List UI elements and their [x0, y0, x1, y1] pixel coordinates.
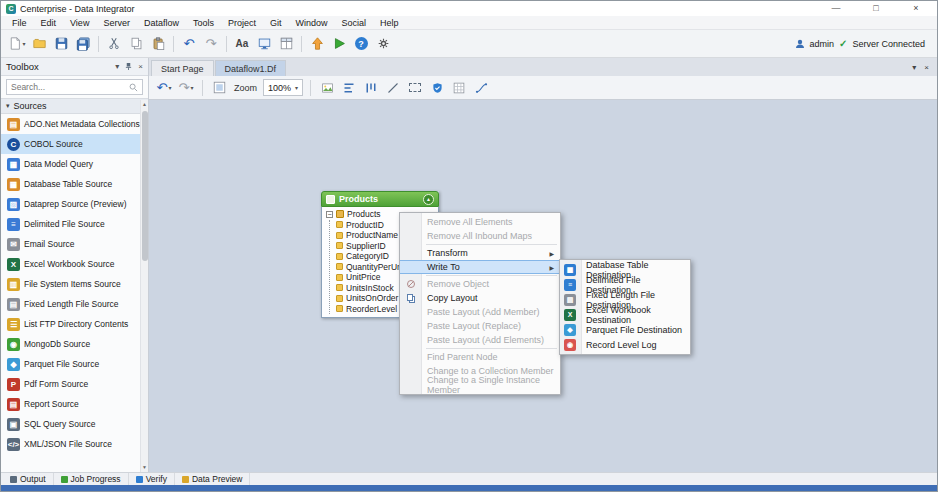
menu-tools[interactable]: Tools: [186, 18, 221, 28]
cut-button[interactable]: [104, 34, 124, 54]
toolbox-item-file-system-items-source[interactable]: ▥ File System Items Source: [1, 274, 140, 294]
fit-to-window-button[interactable]: [210, 79, 228, 97]
toolbox-item-report-source[interactable]: ▤ Report Source: [1, 394, 140, 414]
search-box[interactable]: [6, 79, 143, 95]
toolbox-item-excel-workbook-source[interactable]: X Excel Workbook Source: [1, 254, 140, 274]
toolbox-item-email-source[interactable]: ✉ Email Source: [1, 234, 140, 254]
toolbox-item-mongodb-source[interactable]: ◉ MongoDb Source: [1, 334, 140, 354]
new-button[interactable]: ▾: [7, 34, 27, 54]
toolbox-item-sql-query-source[interactable]: ▣ SQL Query Source: [1, 414, 140, 434]
scroll-down-icon[interactable]: ▼: [142, 463, 147, 472]
open-button[interactable]: [29, 34, 49, 54]
toolbox-item-database-table-source[interactable]: ▦ Database Table Source: [1, 174, 140, 194]
menu-edit[interactable]: Edit: [34, 18, 64, 28]
auto-layout-button[interactable]: [472, 79, 490, 97]
menu-view[interactable]: View: [63, 18, 96, 28]
minimize-button[interactable]: —: [830, 2, 842, 15]
file-system-icon: ▥: [7, 278, 20, 291]
show-grid-button[interactable]: [450, 79, 468, 97]
toolbox-item-pdf-form-source[interactable]: P Pdf Form Source: [1, 374, 140, 394]
dataflow-canvas[interactable]: Products ▲ − Products ProductID: [149, 100, 937, 472]
canvas-redo-button[interactable]: ↷ ▾: [177, 79, 195, 97]
submenu-item-parquet-file-destination[interactable]: ◆ Parquet File Destination: [560, 322, 690, 337]
tab-start-page[interactable]: Start Page: [151, 60, 214, 76]
toolbox-item-fixed-length-file-source[interactable]: ▤ Fixed Length File Source: [1, 294, 140, 314]
monitor-icon: [258, 37, 271, 50]
maximize-button[interactable]: □: [870, 2, 882, 15]
schema-button[interactable]: [276, 34, 296, 54]
submenu-item-excel-workbook-destination[interactable]: X Excel Workbook Destination: [560, 307, 690, 322]
menu-window[interactable]: Window: [288, 18, 334, 28]
paste-button[interactable]: [148, 34, 168, 54]
tab-job-progress[interactable]: Job Progress: [54, 473, 129, 485]
save-button[interactable]: [51, 34, 71, 54]
menu-server[interactable]: Server: [96, 18, 137, 28]
help-button[interactable]: ?: [351, 34, 371, 54]
products-node-header[interactable]: Products ▲: [321, 191, 439, 207]
draw-link-button[interactable]: [384, 79, 402, 97]
tab-dataflow1[interactable]: Dataflow1.Df: [215, 60, 287, 76]
toolbox-scrollbar[interactable]: ▲ ▼: [140, 100, 148, 472]
diagonal-line-icon: [387, 82, 399, 94]
font-button[interactable]: Aa: [232, 34, 252, 54]
close-button[interactable]: ×: [910, 2, 922, 15]
menu-item-transform[interactable]: Transform ▶: [400, 246, 560, 260]
window-controls: — □ ×: [830, 2, 932, 15]
job-progress-icon: [61, 476, 68, 483]
field-icon: [336, 284, 343, 291]
node-title: Products: [339, 194, 419, 204]
align-horizontal-button[interactable]: [340, 79, 358, 97]
submenu-item-record-level-log[interactable]: ◉ Record Level Log: [560, 337, 690, 352]
menu-item-write-to[interactable]: Write To ▶: [400, 260, 560, 274]
toolbox-menu-button[interactable]: ▾: [115, 63, 119, 71]
preview-button[interactable]: [254, 34, 274, 54]
pin-icon[interactable]: [125, 62, 132, 71]
menu-git[interactable]: Git: [263, 18, 289, 28]
menu-help[interactable]: Help: [373, 18, 406, 28]
menu-social[interactable]: Social: [334, 18, 373, 28]
scroll-up-icon[interactable]: ▲: [142, 100, 147, 109]
scrollbar-thumb[interactable]: [142, 111, 148, 261]
select-region-button[interactable]: [406, 79, 424, 97]
dataprep-icon: ▨: [7, 198, 20, 211]
export-image-button[interactable]: [318, 79, 336, 97]
collapse-node-button[interactable]: ▲: [423, 194, 434, 205]
tree-collapse-toggle[interactable]: −: [326, 211, 333, 218]
menu-project[interactable]: Project: [221, 18, 263, 28]
tab-list-button[interactable]: ▾: [912, 64, 916, 72]
tab-data-preview[interactable]: Data Preview: [175, 473, 251, 485]
save-all-button[interactable]: [73, 34, 93, 54]
toolbox-item-dataprep-source[interactable]: ▨ Dataprep Source (Preview): [1, 194, 140, 214]
toolbox-item-parquet-file-source[interactable]: ◆ Parquet File Source: [1, 354, 140, 374]
menu-dataflow[interactable]: Dataflow: [137, 18, 186, 28]
zoom-select[interactable]: 100% ▾: [263, 79, 303, 96]
tab-output[interactable]: Output: [3, 473, 54, 485]
toolbox-item-delimited-file-source[interactable]: ≡ Delimited File Source: [1, 214, 140, 234]
tab-verify[interactable]: Verify: [129, 473, 175, 485]
field-icon: [336, 221, 343, 228]
run-button[interactable]: [329, 34, 349, 54]
redo-button[interactable]: ↷: [201, 34, 221, 54]
open-folder-icon: [32, 37, 47, 50]
toolbox-item-ado-net-metadata-collections[interactable]: ▤ ADO.Net Metadata Collections: [1, 114, 140, 134]
search-input[interactable]: [11, 82, 126, 92]
toolbar-separator: [310, 80, 311, 96]
status-bar: [1, 485, 937, 491]
copy-button[interactable]: [126, 34, 146, 54]
toolbox-item-data-model-query[interactable]: ▦ Data Model Query: [1, 154, 140, 174]
undo-button[interactable]: ↶: [179, 34, 199, 54]
sources-section-header[interactable]: ▾ Sources: [1, 98, 148, 114]
settings-button[interactable]: [373, 34, 393, 54]
deploy-button[interactable]: [307, 34, 327, 54]
toolbox-item-list-ftp-directory-contents[interactable]: ☰ List FTP Directory Contents: [1, 314, 140, 334]
canvas-undo-button[interactable]: ↶ ▾: [155, 79, 173, 97]
menu-file[interactable]: File: [5, 18, 34, 28]
align-vertical-button[interactable]: [362, 79, 380, 97]
toolbox-close-button[interactable]: ×: [138, 63, 143, 71]
close-document-button[interactable]: ×: [924, 64, 929, 72]
menu-item-change-to-single-instance-member: Change to a Single Instance Member: [400, 378, 560, 392]
toolbox-item-cobol-source[interactable]: C COBOL Source: [1, 134, 140, 154]
menu-item-copy-layout[interactable]: Copy Layout: [400, 291, 560, 305]
verify-button[interactable]: [428, 79, 446, 97]
toolbox-item-xml-json-file-source[interactable]: </> XML/JSON File Source: [1, 434, 140, 454]
